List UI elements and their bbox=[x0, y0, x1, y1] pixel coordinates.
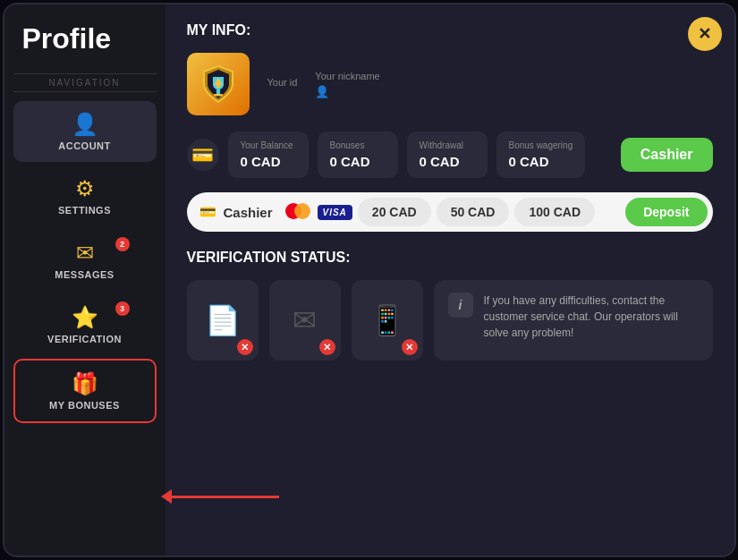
user-nickname-icon: 👤 bbox=[315, 85, 379, 98]
document-icon: 📄 bbox=[205, 303, 241, 337]
my-bonuses-label: MY BONUSES bbox=[49, 400, 120, 411]
bonuses-value: 0 CAD bbox=[330, 154, 386, 169]
email-icon: ✉ bbox=[293, 303, 317, 337]
balance-row: 💳 Your Balance 0 CAD Bonuses 0 CAD Withd… bbox=[187, 132, 713, 178]
modal-overlay: ✕ Profile NAVIGATION 👤 ACCOUNT ⚙ SETTING… bbox=[0, 0, 738, 560]
cashier-button[interactable]: Cashier bbox=[621, 138, 713, 172]
balance-label: Your Balance bbox=[241, 140, 296, 150]
bonus-wagering-label: Bonus wagering bbox=[509, 140, 573, 150]
amount-100-button[interactable]: 100 CAD bbox=[514, 198, 595, 226]
cashier-text: Cashier bbox=[224, 205, 273, 220]
your-balance-card: Your Balance 0 CAD bbox=[228, 132, 309, 178]
messages-icon: ✉ bbox=[76, 241, 94, 266]
svg-rect-1 bbox=[214, 94, 223, 97]
svg-rect-0 bbox=[216, 89, 220, 94]
verify-card-email: ✉ ✕ bbox=[269, 280, 341, 361]
close-button[interactable]: ✕ bbox=[688, 17, 722, 51]
info-text: If you have any difficulties, contact th… bbox=[484, 293, 699, 341]
verification-badge: 3 bbox=[115, 301, 130, 316]
amount-50-button[interactable]: 50 CAD bbox=[437, 198, 510, 226]
messages-label: MESSAGES bbox=[55, 269, 114, 280]
withdrawal-card: Withdrawal 0 CAD bbox=[407, 132, 488, 178]
user-id-label: Your id bbox=[267, 77, 298, 88]
bonuses-label: Bonuses bbox=[330, 140, 386, 150]
verify-card-document: 📄 ✕ bbox=[187, 280, 259, 361]
balance-value: 0 CAD bbox=[241, 154, 296, 169]
verification-title: VERIFICATION STATUS: bbox=[187, 250, 713, 266]
verification-icon: ⭐ bbox=[72, 305, 98, 330]
amount-20-button[interactable]: 20 CAD bbox=[358, 198, 431, 226]
mc-right bbox=[294, 203, 310, 219]
main-content: MY INFO: bbox=[165, 4, 734, 556]
sidebar-item-settings[interactable]: ⚙ SETTINGS bbox=[13, 165, 157, 226]
sidebar-item-account[interactable]: 👤 ACCOUNT bbox=[13, 101, 157, 162]
nav-label: NAVIGATION bbox=[13, 73, 157, 92]
my-info-title: MY INFO: bbox=[187, 22, 713, 38]
balance-icon: 💳 bbox=[187, 139, 219, 171]
verification-row: 📄 ✕ ✉ ✕ 📱 ✕ i If you have any difficulti… bbox=[187, 280, 713, 361]
avatar-icon bbox=[187, 53, 250, 115]
deposit-button[interactable]: Deposit bbox=[625, 198, 707, 226]
deposit-cashier-label: 💳 Cashier bbox=[199, 204, 280, 220]
verify-x-phone: ✕ bbox=[402, 339, 418, 355]
user-nickname-block: Your nickname 👤 bbox=[315, 71, 379, 98]
deposit-row: 💳 Cashier VISA 20 CAD 50 CAD 100 CAD Dep… bbox=[187, 192, 713, 232]
settings-label: SETTINGS bbox=[58, 205, 111, 216]
user-nickname-label: Your nickname bbox=[315, 71, 379, 81]
sidebar-item-verification[interactable]: 3 ⭐ VERIFICATION bbox=[13, 294, 157, 355]
sidebar: Profile NAVIGATION 👤 ACCOUNT ⚙ SETTINGS … bbox=[4, 4, 165, 556]
withdrawal-label: Withdrawal bbox=[420, 140, 475, 150]
avatar-badge bbox=[187, 53, 250, 115]
bonus-wagering-card: Bonus wagering 0 CAD bbox=[496, 132, 586, 178]
info-card: i If you have any difficulties, contact … bbox=[434, 280, 713, 361]
info-icon: i bbox=[448, 293, 473, 318]
modal: ✕ Profile NAVIGATION 👤 ACCOUNT ⚙ SETTING… bbox=[3, 3, 736, 557]
user-id-block: Your id bbox=[267, 77, 298, 91]
bonuses-card: Bonuses 0 CAD bbox=[318, 132, 398, 178]
verification-label: VERIFICATION bbox=[47, 334, 122, 344]
bonus-wagering-value: 0 CAD bbox=[509, 154, 573, 169]
sidebar-item-messages[interactable]: 2 ✉ MESSAGES bbox=[13, 230, 157, 291]
mastercard-logo bbox=[285, 203, 312, 221]
arrow-line bbox=[172, 496, 279, 498]
visa-logo: VISA bbox=[318, 205, 352, 220]
sidebar-item-my-bonuses[interactable]: 🎁 MY BONUSES bbox=[13, 359, 157, 423]
account-icon: 👤 bbox=[72, 112, 98, 137]
user-info-row: Your id Your nickname 👤 bbox=[187, 53, 713, 115]
messages-badge: 2 bbox=[115, 237, 130, 251]
phone-icon: 📱 bbox=[369, 303, 405, 337]
arrow-indicator bbox=[161, 489, 279, 504]
verify-card-phone: 📱 ✕ bbox=[352, 280, 423, 361]
cashier-icon: 💳 bbox=[199, 204, 216, 220]
svg-rect-3 bbox=[216, 85, 220, 88]
arrow-head bbox=[161, 489, 172, 504]
sidebar-title: Profile bbox=[13, 22, 112, 55]
my-bonuses-icon: 🎁 bbox=[72, 371, 98, 396]
verify-x-document: ✕ bbox=[237, 339, 253, 355]
account-label: ACCOUNT bbox=[58, 140, 111, 151]
verify-x-email: ✕ bbox=[319, 339, 335, 355]
withdrawal-value: 0 CAD bbox=[420, 154, 475, 169]
settings-icon: ⚙ bbox=[75, 176, 95, 201]
